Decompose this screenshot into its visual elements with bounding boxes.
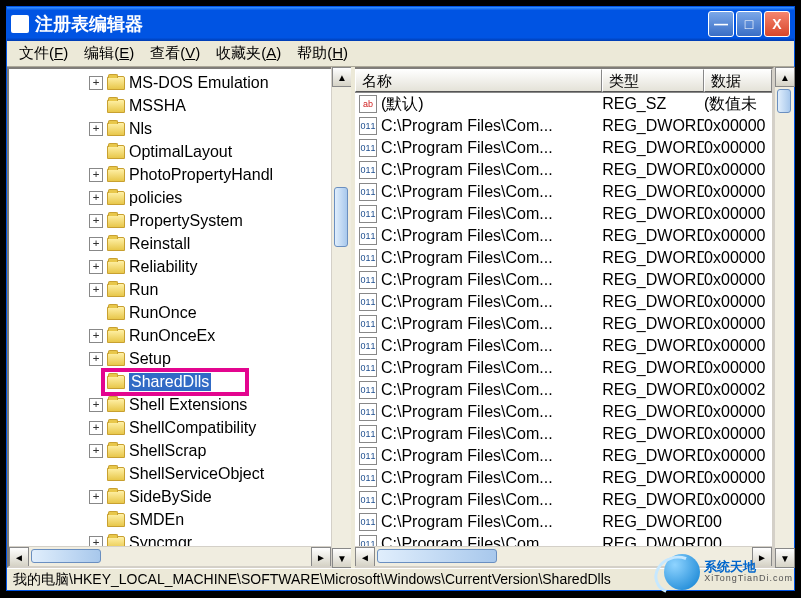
expand-icon[interactable]: + bbox=[89, 237, 103, 251]
expand-icon[interactable]: + bbox=[89, 421, 103, 435]
tree-item-policies[interactable]: +policies bbox=[9, 186, 331, 209]
value-row[interactable]: 011C:\Program Files\Com...REG_DWORD00 bbox=[355, 533, 772, 546]
tree-item-sidebyside[interactable]: +SideBySide bbox=[9, 485, 331, 508]
value-row[interactable]: 011C:\Program Files\Com...REG_DWORD0x000… bbox=[355, 225, 772, 247]
scroll-left-button[interactable]: ◄ bbox=[9, 547, 29, 567]
tree-item-propertysystem[interactable]: +PropertySystem bbox=[9, 209, 331, 232]
value-row[interactable]: 011C:\Program Files\Com...REG_DWORD0x000… bbox=[355, 445, 772, 467]
column-data[interactable]: 数据 bbox=[704, 69, 772, 92]
tree-item-smden[interactable]: SMDEn bbox=[9, 508, 331, 531]
value-name: (默认) bbox=[381, 94, 424, 115]
column-name[interactable]: 名称 bbox=[355, 69, 602, 92]
value-type: REG_DWORD bbox=[602, 183, 704, 201]
value-data: 0x00000 bbox=[704, 227, 772, 245]
tree-item-mssha[interactable]: MSSHA bbox=[9, 94, 331, 117]
tree-item-setup[interactable]: +Setup bbox=[9, 347, 331, 370]
value-row[interactable]: 011C:\Program Files\Com...REG_DWORD0x000… bbox=[355, 159, 772, 181]
dword-value-icon: 011 bbox=[359, 447, 377, 465]
list-vscroll-thumb[interactable] bbox=[777, 89, 791, 113]
value-row[interactable]: 011C:\Program Files\Com...REG_DWORD00 bbox=[355, 511, 772, 533]
expand-icon[interactable]: + bbox=[89, 398, 103, 412]
scroll-down-button[interactable]: ▼ bbox=[332, 548, 352, 568]
value-row[interactable]: 011C:\Program Files\Com...REG_DWORD0x000… bbox=[355, 291, 772, 313]
minimize-button[interactable]: — bbox=[708, 11, 734, 37]
value-row[interactable]: 011C:\Program Files\Com...REG_DWORD0x000… bbox=[355, 269, 772, 291]
value-row[interactable]: 011C:\Program Files\Com...REG_DWORD0x000… bbox=[355, 423, 772, 445]
window-title: 注册表编辑器 bbox=[35, 12, 708, 36]
tree-item-shell-extensions[interactable]: +Shell Extensions bbox=[9, 393, 331, 416]
value-data: 0x00000 bbox=[704, 271, 772, 289]
value-row[interactable]: 011C:\Program Files\Com...REG_DWORD0x000… bbox=[355, 203, 772, 225]
value-row[interactable]: 011C:\Program Files\Com...REG_DWORD0x000… bbox=[355, 181, 772, 203]
menu-edit[interactable]: 编辑(E) bbox=[76, 42, 142, 65]
value-row[interactable]: 011C:\Program Files\Com...REG_DWORD0x000… bbox=[355, 247, 772, 269]
value-row[interactable]: 011C:\Program Files\Com...REG_DWORD0x000… bbox=[355, 335, 772, 357]
expand-icon[interactable]: + bbox=[89, 122, 103, 136]
value-name: C:\Program Files\Com... bbox=[381, 293, 553, 311]
value-row[interactable]: 011C:\Program Files\Com...REG_DWORD0x000… bbox=[355, 313, 772, 335]
column-type[interactable]: 类型 bbox=[602, 69, 704, 92]
menu-help[interactable]: 帮助(H) bbox=[289, 42, 356, 65]
expand-icon[interactable]: + bbox=[89, 283, 103, 297]
tree-item-runonce[interactable]: RunOnce bbox=[9, 301, 331, 324]
tree-vscroll[interactable]: ▲ ▼ bbox=[331, 67, 351, 568]
value-row[interactable]: 011C:\Program Files\Com...REG_DWORD0x000… bbox=[355, 137, 772, 159]
titlebar[interactable]: 注册表编辑器 — □ X bbox=[7, 7, 794, 41]
tree-label: Setup bbox=[129, 350, 171, 368]
expand-icon[interactable]: + bbox=[89, 214, 103, 228]
tree-item-reinstall[interactable]: +Reinstall bbox=[9, 232, 331, 255]
tree-item-photopropertyhandl[interactable]: +PhotoPropertyHandl bbox=[9, 163, 331, 186]
tree-item-shellcompatibility[interactable]: +ShellCompatibility bbox=[9, 416, 331, 439]
expand-icon[interactable]: + bbox=[89, 76, 103, 90]
tree-item-reliability[interactable]: +Reliability bbox=[9, 255, 331, 278]
tree-hscroll-thumb[interactable] bbox=[31, 549, 101, 563]
scroll-up-button[interactable]: ▲ bbox=[775, 67, 795, 87]
expand-icon[interactable]: + bbox=[89, 260, 103, 274]
list-hscroll-thumb[interactable] bbox=[377, 549, 497, 563]
tree-hscroll[interactable]: ◄ ► bbox=[9, 546, 331, 566]
tree-vscroll-thumb[interactable] bbox=[334, 187, 348, 247]
menu-favorites[interactable]: 收藏夹(A) bbox=[208, 42, 289, 65]
tree-item-shellserviceobject[interactable]: ShellServiceObject bbox=[9, 462, 331, 485]
close-button[interactable]: X bbox=[764, 11, 790, 37]
tree-item-optimallayout[interactable]: OptimalLayout bbox=[9, 140, 331, 163]
value-row[interactable]: 011C:\Program Files\Com...REG_DWORD0x000… bbox=[355, 357, 772, 379]
value-row[interactable]: 011C:\Program Files\Com...REG_DWORD0x000… bbox=[355, 467, 772, 489]
expand-icon[interactable]: + bbox=[89, 352, 103, 366]
scroll-left-button[interactable]: ◄ bbox=[355, 547, 375, 567]
value-type: REG_DWORD bbox=[602, 293, 704, 311]
tree-item-syncmgr[interactable]: +Syncmgr bbox=[9, 531, 331, 546]
scroll-right-button[interactable]: ► bbox=[311, 547, 331, 567]
expand-icon[interactable]: + bbox=[89, 536, 103, 547]
expand-icon[interactable]: + bbox=[89, 444, 103, 458]
value-name: C:\Program Files\Com... bbox=[381, 447, 553, 465]
watermark: 系统天地 XiTongTianDi.com bbox=[664, 554, 793, 590]
tree-item-shellscrap[interactable]: +ShellScrap bbox=[9, 439, 331, 462]
value-row[interactable]: ab(默认)REG_SZ(数值未 bbox=[355, 93, 772, 115]
tree-item-ms-dos-emulation[interactable]: +MS-DOS Emulation bbox=[9, 71, 331, 94]
tree-item-runonceex[interactable]: +RunOnceEx bbox=[9, 324, 331, 347]
expand-icon[interactable]: + bbox=[89, 329, 103, 343]
expand-icon[interactable]: + bbox=[89, 490, 103, 504]
value-row[interactable]: 011C:\Program Files\Com...REG_DWORD0x000… bbox=[355, 115, 772, 137]
value-type: REG_DWORD bbox=[602, 491, 704, 509]
value-row[interactable]: 011C:\Program Files\Com...REG_DWORD0x000… bbox=[355, 489, 772, 511]
tree-item-shareddlls[interactable]: SharedDlls bbox=[9, 370, 331, 393]
value-name: C:\Program Files\Com... bbox=[381, 403, 553, 421]
dword-value-icon: 011 bbox=[359, 227, 377, 245]
expand-icon[interactable]: + bbox=[89, 191, 103, 205]
tree-item-nls[interactable]: +Nls bbox=[9, 117, 331, 140]
menu-view[interactable]: 查看(V) bbox=[142, 42, 208, 65]
menu-file[interactable]: 文件(F) bbox=[11, 42, 76, 65]
value-name: C:\Program Files\Com... bbox=[381, 381, 553, 399]
value-row[interactable]: 011C:\Program Files\Com...REG_DWORD0x000… bbox=[355, 401, 772, 423]
maximize-button[interactable]: □ bbox=[736, 11, 762, 37]
scroll-up-button[interactable]: ▲ bbox=[332, 67, 352, 87]
tree-item-run[interactable]: +Run bbox=[9, 278, 331, 301]
value-row[interactable]: 011C:\Program Files\Com...REG_DWORD0x000… bbox=[355, 379, 772, 401]
folder-icon bbox=[107, 513, 125, 527]
registry-editor-window: 注册表编辑器 — □ X 文件(F) 编辑(E) 查看(V) 收藏夹(A) 帮助… bbox=[6, 6, 795, 591]
list-vscroll[interactable]: ▲ ▼ bbox=[774, 67, 794, 568]
expand-icon[interactable]: + bbox=[89, 168, 103, 182]
folder-icon bbox=[107, 76, 125, 90]
